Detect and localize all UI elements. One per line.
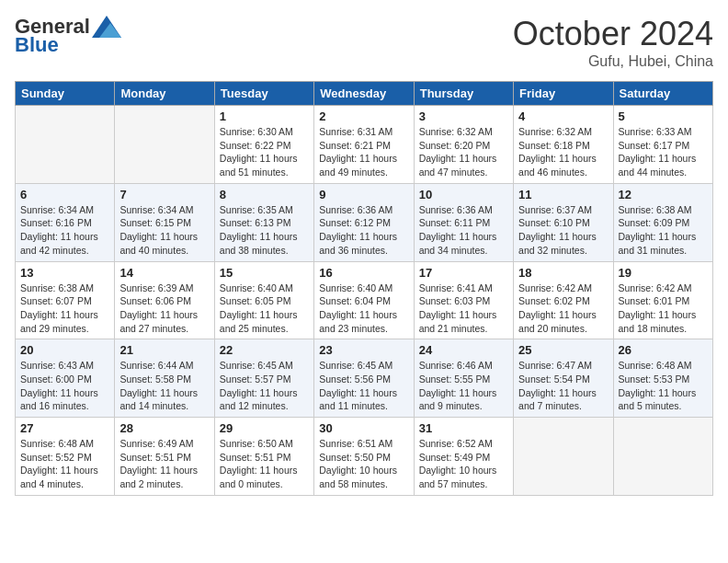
calendar-header-row: SundayMondayTuesdayWednesdayThursdayFrid… [16, 82, 713, 106]
day-info: Sunrise: 6:37 AM Sunset: 6:10 PM Dayligh… [518, 203, 608, 258]
calendar-cell: 11Sunrise: 6:37 AM Sunset: 6:10 PM Dayli… [514, 183, 613, 261]
column-header-monday: Monday [115, 82, 214, 106]
day-number: 11 [518, 188, 608, 201]
logo-blue-text: Blue [15, 33, 59, 57]
day-number: 31 [419, 421, 508, 435]
day-number: 20 [20, 343, 109, 357]
calendar-cell: 31Sunrise: 6:52 AM Sunset: 5:49 PM Dayli… [414, 418, 513, 496]
day-info: Sunrise: 6:31 AM Sunset: 6:21 PM Dayligh… [319, 125, 408, 179]
day-info: Sunrise: 6:52 AM Sunset: 5:49 PM Dayligh… [419, 437, 508, 491]
calendar-cell: 1Sunrise: 6:30 AM Sunset: 6:22 PM Daylig… [214, 106, 313, 184]
calendar-cell: 27Sunrise: 6:48 AM Sunset: 5:52 PM Dayli… [16, 418, 115, 496]
calendar-cell: 22Sunrise: 6:45 AM Sunset: 5:57 PM Dayli… [214, 339, 313, 418]
day-number: 10 [419, 188, 508, 201]
day-info: Sunrise: 6:32 AM Sunset: 6:20 PM Dayligh… [419, 125, 508, 179]
logo-icon [92, 16, 121, 38]
calendar-cell: 24Sunrise: 6:46 AM Sunset: 5:55 PM Dayli… [414, 339, 513, 418]
day-number: 1 [220, 109, 309, 123]
calendar-week-2: 6Sunrise: 6:34 AM Sunset: 6:16 PM Daylig… [16, 183, 713, 261]
day-number: 7 [119, 188, 209, 201]
day-number: 24 [419, 343, 508, 357]
day-info: Sunrise: 6:35 AM Sunset: 6:13 PM Dayligh… [220, 203, 309, 258]
day-info: Sunrise: 6:45 AM Sunset: 5:56 PM Dayligh… [319, 359, 408, 413]
day-number: 13 [20, 266, 109, 280]
day-info: Sunrise: 6:34 AM Sunset: 6:15 PM Dayligh… [119, 203, 209, 258]
page-header: General Blue October 2024 Gufu, Hubei, C… [15, 15, 713, 70]
day-info: Sunrise: 6:46 AM Sunset: 5:55 PM Dayligh… [419, 359, 508, 413]
calendar-cell: 25Sunrise: 6:47 AM Sunset: 5:54 PM Dayli… [514, 339, 613, 418]
calendar-cell: 29Sunrise: 6:50 AM Sunset: 5:51 PM Dayli… [214, 418, 313, 496]
day-info: Sunrise: 6:48 AM Sunset: 5:53 PM Dayligh… [619, 359, 708, 413]
day-info: Sunrise: 6:47 AM Sunset: 5:54 PM Dayligh… [518, 359, 608, 413]
calendar-cell: 30Sunrise: 6:51 AM Sunset: 5:50 PM Dayli… [314, 418, 414, 496]
calendar-cell: 23Sunrise: 6:45 AM Sunset: 5:56 PM Dayli… [314, 339, 414, 418]
day-number: 21 [119, 343, 209, 357]
calendar-cell: 17Sunrise: 6:41 AM Sunset: 6:03 PM Dayli… [414, 261, 513, 339]
calendar-cell: 20Sunrise: 6:43 AM Sunset: 6:00 PM Dayli… [16, 339, 115, 418]
column-header-saturday: Saturday [613, 82, 712, 106]
day-info: Sunrise: 6:36 AM Sunset: 6:11 PM Dayligh… [419, 203, 508, 258]
day-number: 14 [119, 266, 209, 280]
calendar-week-5: 27Sunrise: 6:48 AM Sunset: 5:52 PM Dayli… [16, 418, 713, 496]
day-info: Sunrise: 6:48 AM Sunset: 5:52 PM Dayligh… [20, 437, 109, 491]
calendar-cell [613, 418, 712, 496]
month-title: October 2024 [513, 15, 713, 53]
calendar-cell: 26Sunrise: 6:48 AM Sunset: 5:53 PM Dayli… [613, 339, 712, 418]
day-info: Sunrise: 6:34 AM Sunset: 6:16 PM Dayligh… [20, 203, 109, 258]
day-number: 3 [419, 109, 508, 123]
column-header-sunday: Sunday [16, 82, 115, 106]
day-info: Sunrise: 6:45 AM Sunset: 5:57 PM Dayligh… [220, 359, 309, 413]
day-number: 29 [220, 421, 309, 435]
day-number: 23 [319, 343, 408, 357]
calendar-cell: 15Sunrise: 6:40 AM Sunset: 6:05 PM Dayli… [214, 261, 313, 339]
day-number: 27 [20, 421, 109, 435]
calendar-cell: 9Sunrise: 6:36 AM Sunset: 6:12 PM Daylig… [314, 183, 414, 261]
day-info: Sunrise: 6:50 AM Sunset: 5:51 PM Dayligh… [220, 437, 309, 491]
calendar-cell: 12Sunrise: 6:38 AM Sunset: 6:09 PM Dayli… [613, 183, 712, 261]
day-number: 8 [220, 188, 309, 201]
day-number: 16 [319, 266, 408, 280]
day-number: 6 [20, 188, 109, 201]
calendar-cell: 8Sunrise: 6:35 AM Sunset: 6:13 PM Daylig… [214, 183, 313, 261]
calendar-cell: 3Sunrise: 6:32 AM Sunset: 6:20 PM Daylig… [414, 106, 513, 184]
logo: General Blue [15, 15, 121, 57]
day-info: Sunrise: 6:39 AM Sunset: 6:06 PM Dayligh… [119, 282, 209, 336]
day-number: 26 [619, 343, 708, 357]
calendar-cell: 5Sunrise: 6:33 AM Sunset: 6:17 PM Daylig… [613, 106, 712, 184]
day-number: 17 [419, 266, 508, 280]
day-number: 22 [220, 343, 309, 357]
day-number: 18 [518, 266, 608, 280]
day-number: 4 [518, 109, 608, 123]
calendar-table: SundayMondayTuesdayWednesdayThursdayFrid… [15, 81, 713, 496]
calendar-week-3: 13Sunrise: 6:38 AM Sunset: 6:07 PM Dayli… [16, 261, 713, 339]
calendar-cell: 18Sunrise: 6:42 AM Sunset: 6:02 PM Dayli… [514, 261, 613, 339]
day-info: Sunrise: 6:38 AM Sunset: 6:07 PM Dayligh… [20, 282, 109, 336]
calendar-cell: 10Sunrise: 6:36 AM Sunset: 6:11 PM Dayli… [414, 183, 513, 261]
calendar-cell: 14Sunrise: 6:39 AM Sunset: 6:06 PM Dayli… [115, 261, 214, 339]
calendar-cell: 7Sunrise: 6:34 AM Sunset: 6:15 PM Daylig… [115, 183, 214, 261]
day-info: Sunrise: 6:49 AM Sunset: 5:51 PM Dayligh… [119, 437, 209, 491]
calendar-cell [16, 106, 115, 184]
day-info: Sunrise: 6:44 AM Sunset: 5:58 PM Dayligh… [119, 359, 209, 413]
day-info: Sunrise: 6:43 AM Sunset: 6:00 PM Dayligh… [20, 359, 109, 413]
day-info: Sunrise: 6:32 AM Sunset: 6:18 PM Dayligh… [518, 125, 608, 179]
day-info: Sunrise: 6:33 AM Sunset: 6:17 PM Dayligh… [619, 125, 708, 179]
day-number: 15 [220, 266, 309, 280]
day-number: 2 [319, 109, 408, 123]
calendar-cell: 4Sunrise: 6:32 AM Sunset: 6:18 PM Daylig… [514, 106, 613, 184]
day-number: 5 [619, 109, 708, 123]
day-info: Sunrise: 6:38 AM Sunset: 6:09 PM Dayligh… [619, 203, 708, 258]
day-number: 9 [319, 188, 408, 201]
title-block: October 2024 Gufu, Hubei, China [513, 15, 713, 70]
day-number: 30 [319, 421, 408, 435]
day-info: Sunrise: 6:42 AM Sunset: 6:02 PM Dayligh… [518, 282, 608, 336]
calendar-cell: 16Sunrise: 6:40 AM Sunset: 6:04 PM Dayli… [314, 261, 414, 339]
location-title: Gufu, Hubei, China [513, 53, 713, 70]
day-number: 19 [619, 266, 708, 280]
day-info: Sunrise: 6:41 AM Sunset: 6:03 PM Dayligh… [419, 282, 508, 336]
day-info: Sunrise: 6:51 AM Sunset: 5:50 PM Dayligh… [319, 437, 408, 491]
day-info: Sunrise: 6:40 AM Sunset: 6:04 PM Dayligh… [319, 282, 408, 336]
column-header-tuesday: Tuesday [214, 82, 313, 106]
column-header-friday: Friday [514, 82, 613, 106]
calendar-cell [514, 418, 613, 496]
